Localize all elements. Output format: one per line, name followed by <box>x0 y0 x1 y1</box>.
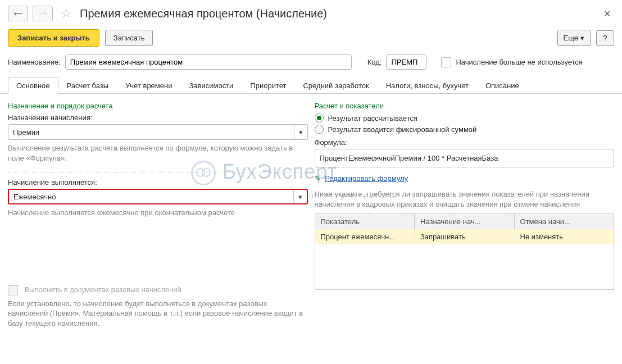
th-cancel[interactable]: Отмена начи... <box>515 214 614 229</box>
td-indicator: Процент ежемесячн... <box>315 229 415 244</box>
tab-main[interactable]: Основное <box>8 77 58 94</box>
period-value: Ежемесячно <box>9 193 293 201</box>
period-select[interactable]: Ежемесячно ▾ <box>8 189 308 204</box>
tab-deps[interactable]: Зависимости <box>180 77 242 94</box>
tab-base-calc[interactable]: Расчет базы <box>58 77 117 94</box>
period-help: Начисление выполняется ежемесячно при ок… <box>8 208 308 218</box>
name-label: Наименование: <box>8 58 61 66</box>
more-button[interactable]: Еще ▾ <box>557 30 591 46</box>
tab-avg-earnings[interactable]: Средний заработок <box>294 77 377 94</box>
name-input[interactable] <box>65 54 352 70</box>
favorite-star-icon[interactable]: ☆ <box>61 6 72 21</box>
chevron-down-icon: ▾ <box>294 125 307 139</box>
edit-formula-link[interactable]: Редактировать формулу <box>325 174 408 183</box>
purpose-value: Премия <box>8 128 294 136</box>
write-and-close-button[interactable]: Записать и закрыть <box>8 29 99 47</box>
indicators-note: Ниже укажите, требуется ли запрашивать з… <box>315 189 615 209</box>
pencil-icon: ✎ <box>315 174 321 183</box>
unused-label: Начисление больше не используется <box>456 58 582 66</box>
th-indicator[interactable]: Показатель <box>315 214 415 229</box>
nav-back-button[interactable]: 🡐 <box>8 6 28 21</box>
tab-priority[interactable]: Приоритет <box>242 77 294 94</box>
unused-checkbox[interactable] <box>441 57 451 67</box>
onceoff-help: Если установлено, то начисление будет вы… <box>8 299 308 329</box>
onceoff-checkbox <box>8 285 18 295</box>
chevron-down-icon: ▾ <box>293 190 307 203</box>
window-title: Премия ежемесячная процентом (Начисление… <box>80 7 327 20</box>
tab-taxes[interactable]: Налоги, взносы, бухучет <box>378 77 477 94</box>
section-calc-header: Расчет и показатели <box>315 102 615 110</box>
tab-bar: Основное Расчет базы Учет времени Зависи… <box>0 76 622 94</box>
close-button[interactable]: ✕ <box>600 8 614 19</box>
code-label: Код: <box>367 58 382 66</box>
indicators-table: Показатель Назначение нач... Отмена начи… <box>315 213 615 290</box>
chevron-down-icon: ▾ <box>580 34 584 42</box>
radio-fixed-label: Результат вводится фиксированной суммой <box>328 125 477 134</box>
write-button[interactable]: Записать <box>105 30 153 46</box>
th-assign[interactable]: Назначение нач... <box>415 214 515 229</box>
help-button[interactable]: ? <box>596 30 614 46</box>
purpose-help: Вычисление результата расчета выполняетс… <box>8 143 308 163</box>
radio-calculated[interactable]: Результат рассчитывается <box>315 113 615 122</box>
formula-display: ПроцентЕжемесячнойПремии / 100 * Расчетн… <box>315 149 615 167</box>
formula-label: Формула: <box>315 138 615 147</box>
onceoff-label: Выполнять в документах разовых начислени… <box>25 285 181 294</box>
table-row[interactable]: Процент ежемесячн... Запрашивать Не изме… <box>315 229 614 244</box>
tab-time[interactable]: Учет времени <box>117 77 180 94</box>
period-label: Начисление выполняется: <box>8 178 308 186</box>
section-purpose-header: Назначение и порядок расчета <box>8 102 308 110</box>
code-input[interactable] <box>386 54 426 70</box>
td-assign: Запрашивать <box>415 229 515 244</box>
radio-calculated-label: Результат рассчитывается <box>328 114 418 122</box>
radio-fixed[interactable]: Результат вводится фиксированной суммой <box>315 125 615 134</box>
nav-forward-button[interactable]: 🡒 <box>33 6 53 21</box>
purpose-select[interactable]: Премия ▾ <box>8 124 308 140</box>
tab-description[interactable]: Описание <box>477 77 528 94</box>
td-cancel: Не изменять <box>515 229 614 244</box>
purpose-label: Назначение начисления: <box>8 113 308 122</box>
